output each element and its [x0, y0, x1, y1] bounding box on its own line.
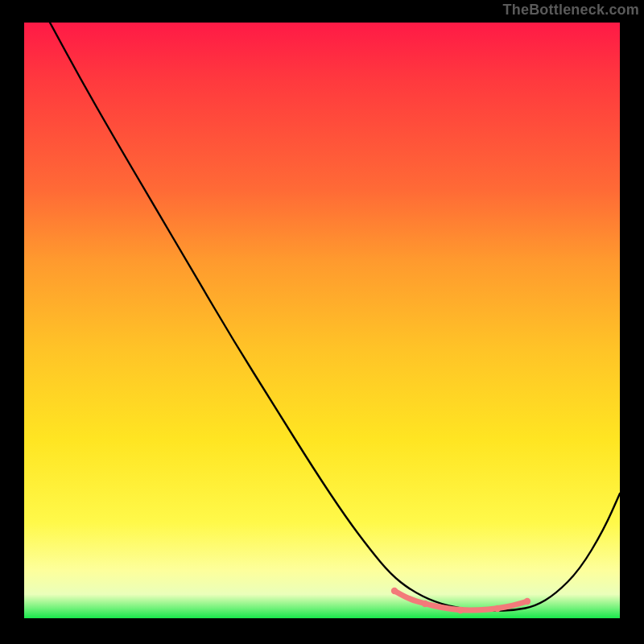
chart-frame: TheBottleneck.com — [0, 0, 644, 644]
highlight-dot — [524, 598, 530, 605]
highlight-dot — [494, 605, 501, 612]
plot-area — [24, 23, 620, 618]
watermark-text: TheBottleneck.com — [503, 2, 639, 19]
highlight-dot — [457, 607, 464, 613]
highlight-dot — [422, 601, 428, 607]
main-curve — [50, 23, 620, 611]
highlight-dot — [391, 588, 398, 594]
curve-svg — [24, 23, 620, 618]
